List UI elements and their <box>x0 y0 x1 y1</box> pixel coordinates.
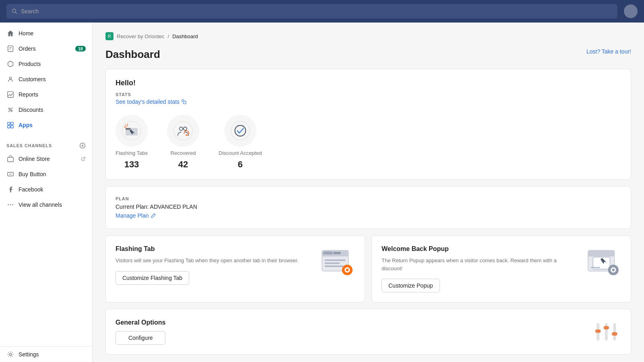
svg-rect-8 <box>8 125 10 128</box>
sidebar-item-buy-button-label: Buy Button <box>19 171 46 177</box>
flashing-tabs-icon <box>122 121 142 141</box>
welcome-back-content: Welcome Back Popup The Return Popup appe… <box>382 245 578 292</box>
sidebar-item-settings[interactable]: Settings <box>0 347 92 362</box>
flashing-tab-illustration <box>320 247 354 277</box>
svg-rect-6 <box>8 122 10 125</box>
sidebar-item-online-store[interactable]: Online Store <box>0 151 92 167</box>
svg-rect-31 <box>322 255 349 256</box>
breadcrumb-app-name: Recover by Oriontec <box>117 33 165 39</box>
facebook-icon <box>6 185 14 193</box>
sidebar-item-apps-label: Apps <box>19 122 33 128</box>
main-content: R Recover by Oriontec / Dashboard Dashbo… <box>93 23 644 362</box>
stat-discount-accepted: Discount Accepted 6 <box>219 115 262 170</box>
sidebar-item-discounts-label: Discounts <box>19 107 43 113</box>
main-nav: Home Orders 18 Products Customers <box>0 23 92 136</box>
recovered-value: 42 <box>178 159 188 170</box>
svg-point-39 <box>346 268 349 271</box>
sidebar-item-orders[interactable]: Orders 18 <box>0 41 92 56</box>
sidebar-item-online-store-label: Online Store <box>19 156 50 162</box>
sidebar-item-products-label: Products <box>19 61 41 67</box>
sidebar-item-orders-label: Orders <box>19 45 36 52</box>
settings-icon <box>6 350 14 358</box>
welcome-back-feature-card: Welcome Back Popup The Return Popup appe… <box>372 235 631 302</box>
general-options-title: General Options <box>116 319 165 326</box>
flashing-tab-title: Flashing Tab <box>116 245 312 253</box>
svg-rect-36 <box>324 265 343 267</box>
home-icon <box>6 29 14 37</box>
svg-point-4 <box>9 108 10 110</box>
search-bar[interactable] <box>6 4 617 19</box>
avatar <box>624 4 638 18</box>
stats-link-icon <box>181 99 187 105</box>
plan-card: PLAN Current Plan: ADVANCED PLAN Manage … <box>105 186 631 229</box>
sidebar-item-apps[interactable]: Apps <box>0 117 92 133</box>
sidebar-item-discounts[interactable]: Discounts <box>0 102 92 117</box>
breadcrumb-current: Dashboard <box>172 33 198 39</box>
sidebar-item-customers[interactable]: Customers <box>0 72 92 87</box>
customize-flashing-tab-button[interactable]: Customize Flashing Tab <box>116 271 189 285</box>
sliders-icon <box>593 320 621 344</box>
svg-rect-53 <box>612 332 617 336</box>
topbar <box>0 0 644 23</box>
sidebar-item-home[interactable]: Home <box>0 26 92 41</box>
sidebar-item-reports[interactable]: Reports <box>0 87 92 102</box>
flashing-tab-content: Flashing Tab Visitors will see your Flas… <box>116 245 312 285</box>
svg-rect-51 <box>603 326 609 329</box>
reports-icon <box>6 90 14 99</box>
svg-point-14 <box>10 204 11 206</box>
flashing-tabs-icon-circle <box>116 115 148 147</box>
sidebar-item-reports-label: Reports <box>19 91 38 98</box>
add-channel-icon[interactable] <box>79 142 86 149</box>
discount-icon-circle <box>224 115 256 147</box>
flashing-tab-image <box>319 245 355 278</box>
welcome-back-desc: The Return Popup appears when a visitor … <box>382 257 578 272</box>
sidebar-item-facebook[interactable]: Facebook <box>0 182 92 197</box>
sidebar-bottom: Settings <box>0 346 92 362</box>
stat-recovered: Recovered 42 <box>167 115 199 170</box>
sales-channels-label: SALES CHANNELS <box>6 143 52 148</box>
sidebar-item-customers-label: Customers <box>19 76 46 82</box>
svg-point-13 <box>8 204 9 206</box>
svg-rect-33 <box>333 252 341 254</box>
stats-detail-link[interactable]: See today's detailed stats <box>116 99 621 105</box>
svg-rect-17 <box>182 100 184 102</box>
svg-rect-3 <box>8 92 13 97</box>
svg-point-24 <box>174 121 193 140</box>
svg-point-16 <box>9 353 11 355</box>
stats-section-label: STATS <box>116 92 621 97</box>
view-all-channels-label: View all channels <box>19 202 62 208</box>
online-store-icon <box>6 155 14 163</box>
tour-link[interactable]: Lost? Take a tour! <box>586 48 631 55</box>
svg-point-2 <box>9 77 11 79</box>
stats-grid: Flashing Tabs 133 <box>116 115 621 170</box>
search-input[interactable] <box>21 8 613 14</box>
customize-popup-button[interactable]: Customize Popup <box>382 279 440 292</box>
sidebar-item-buy-button[interactable]: Buy Button <box>0 167 92 182</box>
stat-flashing-tabs: Flashing Tabs 133 <box>116 115 148 170</box>
sidebar-item-products[interactable]: Products <box>0 56 92 72</box>
breadcrumb-separator: / <box>168 33 169 39</box>
buy-button-icon <box>6 170 14 178</box>
svg-rect-34 <box>324 259 345 261</box>
manage-plan-label: Manage Plan <box>116 212 149 219</box>
svg-rect-42 <box>588 255 615 256</box>
orders-icon <box>6 45 14 53</box>
hello-text: Hello! <box>116 79 621 87</box>
products-icon <box>6 60 14 68</box>
apps-icon <box>6 121 14 129</box>
sidebar: Home Orders 18 Products Customers <box>0 23 93 362</box>
orders-badge: 18 <box>75 46 86 51</box>
manage-plan-link[interactable]: Manage Plan <box>116 212 621 219</box>
sidebar-item-view-all-channels[interactable]: View all channels <box>0 197 92 212</box>
svg-rect-35 <box>324 262 340 264</box>
svg-rect-32 <box>323 251 332 255</box>
flashing-tabs-label: Flashing Tabs <box>116 150 148 156</box>
breadcrumb: R Recover by Oriontec / Dashboard <box>105 32 631 40</box>
svg-point-0 <box>12 9 16 12</box>
welcome-back-title: Welcome Back Popup <box>382 245 578 253</box>
svg-rect-7 <box>11 122 13 125</box>
svg-rect-11 <box>8 157 13 162</box>
svg-point-15 <box>12 204 13 206</box>
configure-button[interactable]: Configure <box>116 331 165 345</box>
flashing-tab-feature-card: Flashing Tab Visitors will see your Flas… <box>105 235 365 302</box>
